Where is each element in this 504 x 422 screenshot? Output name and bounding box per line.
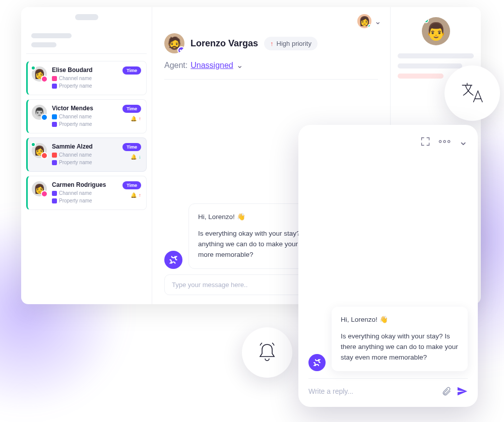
- contact-name: Elise Boudard: [52, 66, 117, 74]
- agent-assignment-row: Agent: Unassigned ⌄: [164, 60, 378, 70]
- channel-badge-icon: [41, 114, 48, 121]
- input-placeholder: Type your message here..: [172, 281, 247, 289]
- channel-badge-icon: [41, 152, 48, 159]
- message-line: Hi, Lorenzo! 👋: [341, 315, 459, 325]
- bell-icon: 🔔: [131, 116, 137, 121]
- detail-placeholder-line: [398, 74, 444, 79]
- detail-placeholder-line: [398, 63, 462, 68]
- mobile-toolbar: ⌄: [308, 135, 468, 148]
- conversation-item[interactable]: 👩 Carmen Rodrigues Channel name Property…: [26, 176, 147, 210]
- sender-avatar-icon: [308, 354, 326, 371]
- more-icon[interactable]: [438, 136, 451, 147]
- bell-icon: [255, 340, 279, 365]
- channel-meta: Channel name: [52, 113, 117, 120]
- priority-up-icon: ↑: [139, 116, 141, 121]
- priority-up-icon: ↑: [270, 40, 274, 47]
- property-icon: [52, 160, 57, 165]
- expand-icon[interactable]: [420, 136, 430, 147]
- contact-name: Lorenzo Vargas: [191, 38, 258, 49]
- translate-feature-badge: [445, 65, 500, 121]
- message-line: Is everything okay with your stay? Is th…: [341, 331, 459, 363]
- bell-icon: 🔔: [131, 154, 137, 160]
- conversation-body: Sammie Alzed Channel name Property name: [52, 143, 117, 166]
- contact-avatar: 🧔: [164, 33, 184, 53]
- conversation-body: Victor Mendes Channel name Property name: [52, 105, 117, 128]
- chat-header: 🧔 Lorenzo Vargas ↑ High priority: [164, 33, 378, 53]
- svg-point-0: [439, 140, 441, 143]
- avatar-image: 👨: [425, 21, 447, 41]
- sidebar-placeholder-line: [31, 42, 56, 47]
- priority-down-icon: ↓: [139, 154, 141, 160]
- avatar: 👩: [32, 66, 47, 82]
- svg-point-2: [448, 140, 450, 143]
- online-status-dot: [31, 142, 36, 147]
- online-status-dot: [31, 65, 36, 71]
- messenger-badge-icon: [177, 46, 184, 53]
- conversation-item[interactable]: 👩 Sammie Alzed Channel name Property nam…: [26, 137, 147, 172]
- channel-icon: [52, 114, 57, 119]
- channel-label: Channel name: [59, 113, 92, 120]
- channel-icon: [52, 76, 57, 81]
- reply-input[interactable]: Write a reply...: [308, 387, 436, 395]
- mobile-chat-preview: ⌄ Hi, Lorenzo! 👋 Is everything okay with…: [298, 125, 478, 407]
- conversation-body: Carmen Rodrigues Channel name Property n…: [52, 181, 117, 204]
- priority-up-icon: ↑: [139, 192, 141, 198]
- channel-label: Channel name: [59, 151, 92, 159]
- message-bubble: Hi, Lorenzo! 👋 Is everything okay with y…: [332, 307, 468, 371]
- top-user-menu[interactable]: 👩 ⌄: [357, 14, 381, 28]
- property-meta: Property name: [52, 197, 117, 204]
- notification-feature-badge: [242, 327, 292, 378]
- svg-point-1: [444, 140, 446, 143]
- bell-icon: 🔔: [131, 192, 137, 198]
- property-label: Property name: [59, 82, 92, 90]
- conversation-sidebar: 👩 Elise Boudard Channel name Property na…: [21, 7, 152, 304]
- property-label: Property name: [59, 120, 92, 128]
- contact-name: Victor Mendes: [52, 105, 117, 112]
- sidebar-handle: [75, 14, 98, 20]
- attachment-icon[interactable]: [442, 386, 452, 396]
- agent-value[interactable]: Unassigned: [191, 61, 233, 70]
- translate-icon: [459, 80, 486, 107]
- channel-icon: [52, 153, 57, 158]
- mobile-reply-bar: Write a reply...: [308, 378, 468, 397]
- channel-label: Channel name: [59, 189, 92, 197]
- channel-meta: Channel name: [52, 75, 117, 82]
- time-chip: Time: [122, 105, 141, 113]
- property-meta: Property name: [52, 82, 117, 90]
- mobile-message-thread: Hi, Lorenzo! 👋 Is everything okay with y…: [308, 153, 468, 371]
- current-user-avatar: 👩: [357, 14, 371, 28]
- time-chip: Time: [122, 143, 141, 151]
- detail-placeholder-line: [398, 53, 474, 58]
- channel-badge-icon: [41, 76, 48, 83]
- channel-icon: [52, 191, 57, 196]
- channel-meta: Channel name: [52, 151, 117, 159]
- conversation-item[interactable]: 👨 Victor Mendes Channel name Property na…: [26, 99, 147, 133]
- avatar: 👨: [32, 105, 47, 120]
- property-icon: [52, 198, 57, 203]
- contact-name: Carmen Rodrigues: [52, 181, 117, 188]
- property-icon: [52, 84, 57, 89]
- conversation-item[interactable]: 👩 Elise Boudard Channel name Property na…: [26, 61, 147, 95]
- avatar: 👩: [32, 143, 47, 158]
- property-label: Property name: [59, 197, 92, 204]
- property-label: Property name: [59, 159, 92, 166]
- conversation-indicators: Time 🔔↓: [122, 143, 141, 160]
- chevron-down-icon[interactable]: ⌄: [236, 60, 243, 70]
- priority-chip[interactable]: ↑ High priority: [264, 37, 318, 50]
- property-meta: Property name: [52, 120, 117, 128]
- message-row: Hi, Lorenzo! 👋 Is everything okay with y…: [308, 307, 468, 371]
- property-icon: [52, 122, 57, 127]
- chevron-down-icon[interactable]: ⌄: [374, 17, 381, 26]
- time-chip: Time: [122, 66, 141, 75]
- conversation-indicators: Time 🔔↑: [122, 181, 141, 198]
- channel-meta: Channel name: [52, 189, 117, 197]
- chevron-down-icon[interactable]: ⌄: [459, 135, 468, 148]
- sender-avatar-icon: [164, 251, 182, 269]
- conversation-body: Elise Boudard Channel name Property name: [52, 66, 117, 90]
- sidebar-filter-header: [26, 30, 147, 54]
- send-button[interactable]: [457, 386, 468, 397]
- channel-badge-icon: [41, 190, 48, 197]
- agent-label: Agent:: [164, 61, 187, 70]
- avatar: 👩: [32, 181, 47, 196]
- contact-name: Sammie Alzed: [52, 143, 117, 150]
